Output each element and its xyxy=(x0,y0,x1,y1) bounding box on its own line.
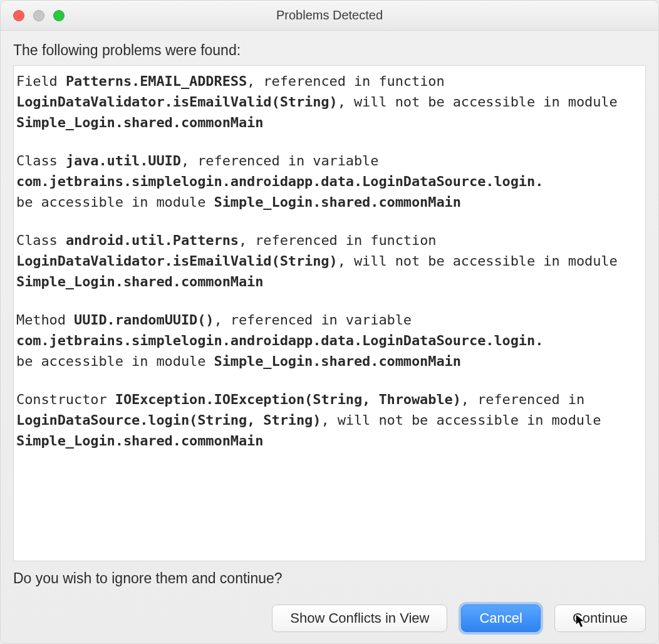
window-title: Problems Detected xyxy=(276,8,383,23)
traffic-lights xyxy=(1,10,65,21)
continue-button[interactable]: Continue xyxy=(554,605,646,632)
minimize-icon xyxy=(33,10,44,21)
close-icon[interactable] xyxy=(13,10,24,21)
button-row: Show Conflicts in View Cancel Continue xyxy=(1,595,658,643)
titlebar: Problems Detected xyxy=(1,1,658,31)
show-conflicts-button[interactable]: Show Conflicts in View xyxy=(272,605,447,632)
intro-text: The following problems were found: xyxy=(13,42,646,59)
problem-item: Method UUID.randomUUID(), referenced in … xyxy=(16,309,643,371)
confirm-text: Do you wish to ignore them and continue? xyxy=(13,570,646,587)
dialog-window: Problems Detected The following problems… xyxy=(0,0,659,644)
cancel-button[interactable]: Cancel xyxy=(461,605,540,632)
problems-list[interactable]: Field Patterns.EMAIL_ADDRESS, referenced… xyxy=(13,65,646,561)
problem-item: Constructor IOException.IOException(Stri… xyxy=(16,389,643,451)
problem-item: Field Patterns.EMAIL_ADDRESS, referenced… xyxy=(16,71,643,133)
problem-item: Class java.util.UUID, referenced in vari… xyxy=(16,150,643,212)
dialog-content: The following problems were found: Field… xyxy=(1,31,658,595)
maximize-icon[interactable] xyxy=(53,10,65,21)
problem-item: Class android.util.Patterns, referenced … xyxy=(16,230,643,292)
